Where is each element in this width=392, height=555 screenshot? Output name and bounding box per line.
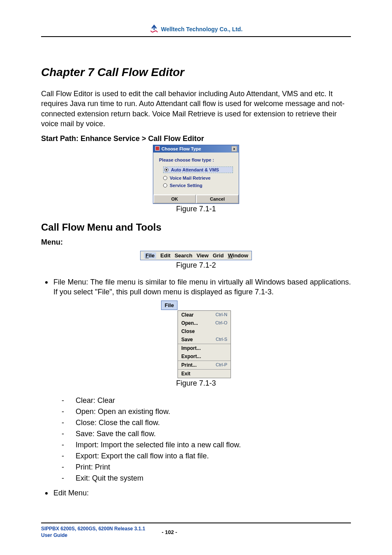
section-heading: Call Flow Menu and Tools	[41, 222, 351, 233]
file-menu-desc: File Menu: The file menu is similar to f…	[53, 278, 351, 296]
close-icon[interactable]: ×	[231, 146, 237, 152]
menubar-item-file[interactable]: File	[144, 252, 156, 259]
figure-3-wrap: File ClearCtrl-N Open...Ctrl-O Close Sav…	[41, 301, 351, 388]
radio-icon	[163, 183, 167, 187]
menu-item-export[interactable]: Export...	[178, 352, 231, 361]
radio-label: Auto Attendant & VMS	[171, 167, 219, 172]
menubar-item-search[interactable]: Search	[175, 252, 192, 259]
file-dropdown: ClearCtrl-N Open...Ctrl-O Close SaveCtrl…	[178, 310, 231, 378]
dialog-prompt: Please choose flow type :	[159, 157, 233, 162]
menu-item-import[interactable]: Import...	[178, 344, 231, 352]
radio-option-auto[interactable]: Auto Attendant & VMS	[163, 166, 233, 173]
bullet-icon	[45, 492, 48, 495]
list-item: -Open: Open an existing flow.	[70, 406, 351, 417]
cancel-button[interactable]: Cancel	[196, 194, 239, 204]
page-header: Welltech Technology Co., Ltd.	[41, 25, 351, 37]
edit-menu-bullet: Edit Menu:	[53, 488, 351, 498]
edit-menu-label: Edit Menu:	[53, 489, 89, 497]
menu-label: Menu:	[41, 238, 351, 247]
radio-icon	[163, 176, 167, 180]
figure-2-caption: Figure 7.1-2	[176, 261, 216, 270]
menu-item-exit[interactable]: Exit	[178, 370, 231, 378]
list-item: -Close: Close the call flow.	[70, 417, 351, 428]
radio-option-service[interactable]: Service Setting	[163, 183, 233, 188]
menu-item-clear[interactable]: ClearCtrl-N	[178, 311, 231, 319]
dialog-title: Choose Flow Type	[161, 146, 201, 151]
bullet-icon	[45, 281, 48, 284]
start-path: Start Path: Enhance Service > Call Flow …	[41, 134, 351, 143]
radio-option-voicemail[interactable]: Voice Mail Retrieve	[163, 176, 233, 180]
list-item: -Save: Save the call flow.	[70, 428, 351, 439]
choose-flow-dialog: Choose Flow Type × Please choose flow ty…	[153, 145, 239, 204]
radio-label: Voice Mail Retrieve	[170, 176, 210, 180]
menu-item-print[interactable]: Print...Ctrl-P	[178, 361, 231, 369]
file-tab[interactable]: File	[161, 301, 178, 310]
menu-item-open[interactable]: Open...Ctrl-O	[178, 319, 231, 327]
menubar-item-window[interactable]: Window	[228, 252, 248, 259]
figure-1-wrap: Choose Flow Type × Please choose flow ty…	[41, 145, 351, 213]
radio-icon	[164, 168, 168, 172]
menu-item-save[interactable]: SaveCtrl-S	[178, 335, 231, 344]
radio-label: Service Setting	[170, 183, 202, 188]
dialog-icon	[155, 146, 160, 152]
svg-rect-0	[155, 146, 159, 150]
list-item: -Clear: Clear	[70, 395, 351, 406]
figure-2-wrap: File Edit Search View Grid Window Figure…	[41, 251, 351, 270]
ok-button[interactable]: OK	[153, 194, 196, 204]
list-item: -Print: Print	[70, 462, 351, 473]
footer-guide: User Guide	[41, 532, 145, 539]
menubar-item-view[interactable]: View	[196, 252, 208, 259]
page-footer: SIPPBX 6200S, 6200GS, 6200N Release 3.1.…	[41, 523, 351, 539]
menu-item-close[interactable]: Close	[178, 327, 231, 335]
intro-paragraph: Call Flow Editor is used to edit the cal…	[41, 89, 351, 129]
company-logo-icon	[150, 25, 159, 34]
chapter-title: Chapter 7 Call Flow Editor	[41, 66, 351, 79]
menubar: File Edit Search View Grid Window	[140, 251, 252, 260]
menubar-item-edit[interactable]: Edit	[160, 252, 171, 259]
list-item: -Export: Export the call flow into a fla…	[70, 451, 351, 462]
footer-release: SIPPBX 6200S, 6200GS, 6200N Release 3.1.…	[41, 526, 145, 532]
page-number: - 102 -	[162, 529, 178, 535]
list-item: -Exit: Quit the system	[70, 473, 351, 484]
file-menu-definitions: -Clear: Clear -Open: Open an existing fl…	[70, 395, 351, 484]
company-name: Welltech Technology Co., Ltd.	[161, 26, 243, 32]
file-menu-bullet: File Menu: The file menu is similar to f…	[53, 277, 351, 297]
dialog-titlebar: Choose Flow Type ×	[153, 145, 239, 153]
figure-1-caption: Figure 7.1-1	[176, 205, 216, 213]
menubar-item-grid[interactable]: Grid	[213, 252, 224, 259]
figure-3-caption: Figure 7.1-3	[176, 379, 216, 388]
list-item: -Import: Import the selected file into a…	[70, 439, 351, 451]
